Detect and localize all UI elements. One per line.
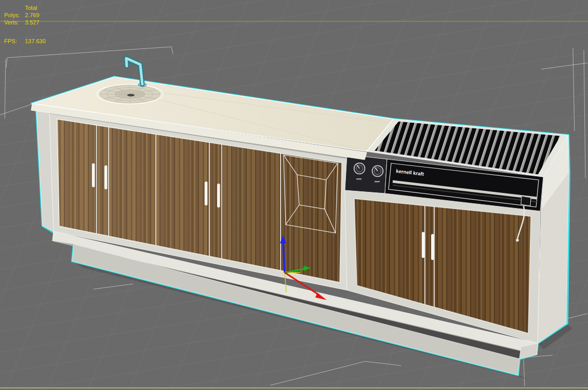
stats-verts-value: 3.527	[25, 19, 39, 26]
grill-knob-left[interactable]	[354, 163, 365, 174]
grill-igniter-box[interactable]	[521, 196, 531, 206]
door-handle	[92, 163, 95, 187]
knob-label-mark	[356, 178, 362, 180]
stats-polys-value: 2.769	[25, 11, 39, 19]
door-handle	[422, 232, 425, 258]
knob-label-mark	[375, 181, 380, 183]
stats-fps-row: FPS: 137.630	[4, 37, 46, 45]
door-handle	[217, 184, 220, 207]
stats-verts-label: Verts:	[4, 19, 25, 26]
stats-polys-row: Polys: 2.769	[4, 11, 46, 19]
3d-viewport[interactable]: kernell kraft	[0, 0, 588, 390]
viewport-canvas[interactable]: kernell kraft	[0, 0, 588, 390]
grill-hook-tip	[516, 239, 519, 242]
door-handle	[431, 234, 434, 260]
stats-polys-label: Polys:	[4, 11, 25, 19]
stats-fps-value: 137.630	[25, 37, 46, 45]
sink-drain	[127, 94, 135, 97]
grill-knob-right[interactable]	[372, 166, 383, 177]
stats-verts-row: Verts: 3.527	[4, 19, 46, 26]
stats-total-header: Total	[25, 4, 46, 11]
door-handle	[104, 165, 108, 189]
stats-fps-label: FPS:	[4, 37, 25, 45]
sink-basin[interactable]	[97, 84, 163, 104]
stats-overlay: Total Polys: 2.769 Verts: 3.527 FPS: 137…	[4, 4, 46, 45]
door-handle	[205, 181, 208, 205]
